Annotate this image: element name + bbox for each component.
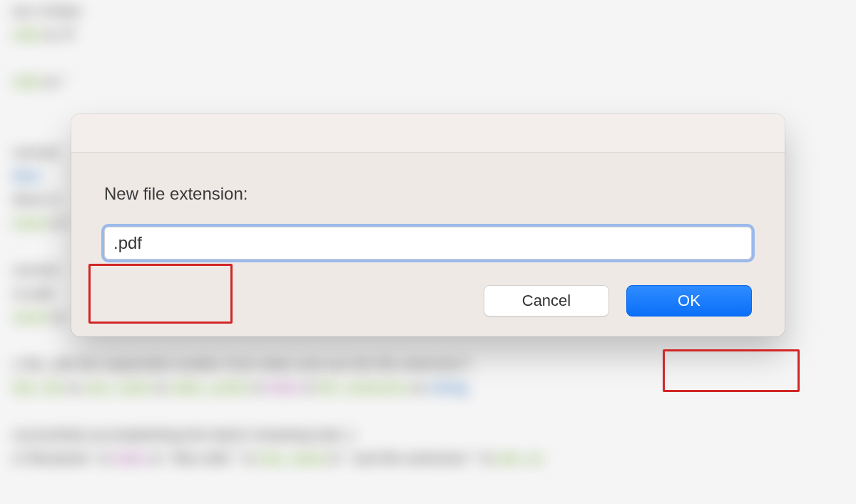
extension-input[interactable]: [104, 227, 752, 259]
button-row: Cancel OK: [104, 285, 752, 317]
input-wrapper: [104, 227, 752, 259]
prompt-label: New file extension:: [104, 184, 752, 204]
dialog-body: New file extension: Cancel OK: [71, 153, 785, 336]
ok-button[interactable]: OK: [626, 285, 752, 317]
dialog-titlebar[interactable]: [71, 114, 785, 153]
cancel-button[interactable]: Cancel: [484, 285, 609, 317]
prompt-dialog: New file extension: Cancel OK: [71, 114, 785, 336]
